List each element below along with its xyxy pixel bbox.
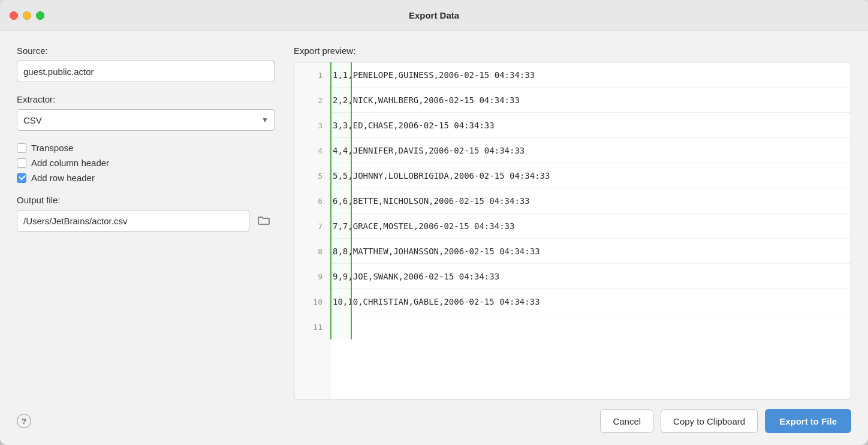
content-line-2: 2,2,NICK,WAHLBERG,2006-02-15 04:34:33 <box>330 88 851 113</box>
content-line-6: 6,6,BETTE,NICHOLSON,2006-02-15 04:34:33 <box>330 188 851 214</box>
line-text-10: 10,10,CHRISTIAN,GABLE,2006-02-15 04:34:3… <box>333 297 540 306</box>
add-row-header-checkbox[interactable] <box>17 173 26 183</box>
line-num-7: 7 <box>294 214 330 239</box>
footer-right: Cancel Copy to Clipboard Export to File <box>600 409 851 433</box>
copy-to-clipboard-button[interactable]: Copy to Clipboard <box>661 409 758 433</box>
line-text-7: 7,7,GRACE,MOSTEL,2006-02-15 04:34:33 <box>333 221 514 231</box>
line-num-10: 10 <box>294 289 330 314</box>
line-num-1: 1 <box>294 62 330 88</box>
line-num-9: 9 <box>294 264 330 289</box>
footer: ? Cancel Copy to Clipboard Export to Fil… <box>0 399 868 445</box>
line-num-2: 2 <box>294 88 330 113</box>
content-line-9: 9,9,JOE,SWANK,2006-02-15 04:34:33 <box>330 264 851 289</box>
traffic-lights <box>10 11 44 20</box>
help-button[interactable]: ? <box>17 414 31 428</box>
line-text-8: 8,8,MATTHEW,JOHANSSON,2006-02-15 04:34:3… <box>333 246 540 256</box>
footer-left: ? <box>17 414 31 428</box>
extractor-select-wrapper: CSV TSV JSON XML ▼ <box>17 109 275 131</box>
source-label: Source: <box>17 46 275 56</box>
maximize-button[interactable] <box>36 11 44 20</box>
line-text-2: 2,2,NICK,WAHLBERG,2006-02-15 04:34:33 <box>333 95 520 105</box>
source-section: Source: <box>17 46 275 82</box>
line-text-6: 6,6,BETTE,NICHOLSON,2006-02-15 04:34:33 <box>333 196 530 206</box>
add-column-header-row: Add column header <box>17 158 275 168</box>
add-row-header-label: Add row header <box>31 173 95 183</box>
line-num-8: 8 <box>294 239 330 264</box>
line-num-11: 11 <box>294 314 330 339</box>
line-text-4: 4,4,JENNIFER,DAVIS,2006-02-15 04:34:33 <box>333 146 525 155</box>
source-input[interactable] <box>17 61 275 82</box>
output-file-label: Output file: <box>17 195 275 205</box>
transpose-label: Transpose <box>31 143 73 153</box>
line-num-4: 4 <box>294 138 330 163</box>
content-line-5: 5,5,JOHNNY,LOLLOBRIGIDA,2006-02-15 04:34… <box>330 163 851 188</box>
cancel-button[interactable]: Cancel <box>600 409 653 433</box>
output-file-section: Output file: <box>17 195 275 231</box>
add-column-header-checkbox[interactable] <box>17 158 26 168</box>
export-to-file-button[interactable]: Export to File <box>765 409 851 433</box>
line-text-5: 5,5,JOHNNY,LOLLOBRIGIDA,2006-02-15 04:34… <box>333 171 550 181</box>
content-line-7: 7,7,GRACE,MOSTEL,2006-02-15 04:34:33 <box>330 214 851 239</box>
preview-area: 1 2 3 4 5 6 7 8 9 10 11 <box>294 62 851 399</box>
content-column: 1,1,PENELOPE,GUINESS,2006-02-15 04:34:33… <box>330 62 851 399</box>
content-line-1: 1,1,PENELOPE,GUINESS,2006-02-15 04:34:33 <box>330 62 851 88</box>
add-column-header-label: Add column header <box>31 158 109 168</box>
window-title: Export Data <box>409 10 459 20</box>
right-panel: Export preview: 1 2 3 4 5 6 7 8 9 10 11 <box>294 46 851 399</box>
content-line-10: 10,10,CHRISTIAN,GABLE,2006-02-15 04:34:3… <box>330 289 851 314</box>
preview-label: Export preview: <box>294 46 851 56</box>
close-button[interactable] <box>10 11 18 20</box>
help-icon: ? <box>22 417 26 426</box>
title-bar: Export Data <box>0 0 868 31</box>
content-line-8: 8,8,MATTHEW,JOHANSSON,2006-02-15 04:34:3… <box>330 239 851 264</box>
add-row-header-row: Add row header <box>17 173 275 183</box>
output-file-input[interactable] <box>17 210 249 231</box>
content-line-4: 4,4,JENNIFER,DAVIS,2006-02-15 04:34:33 <box>330 138 851 163</box>
transpose-row: Transpose <box>17 143 275 153</box>
line-text-1: 1,1,PENELOPE,GUINESS,2006-02-15 04:34:33 <box>333 70 535 80</box>
extractor-section: Extractor: CSV TSV JSON XML ▼ <box>17 94 275 131</box>
extractor-label: Extractor: <box>17 94 275 104</box>
output-file-row <box>17 210 275 231</box>
line-text-3: 3,3,ED,CHASE,2006-02-15 04:34:33 <box>333 121 495 130</box>
content-line-3: 3,3,ED,CHASE,2006-02-15 04:34:33 <box>330 113 851 138</box>
minimize-button[interactable] <box>23 11 31 20</box>
line-num-3: 3 <box>294 113 330 138</box>
browse-folder-button[interactable] <box>253 210 275 231</box>
line-numbers-column: 1 2 3 4 5 6 7 8 9 10 11 <box>294 62 330 399</box>
line-num-5: 5 <box>294 163 330 188</box>
export-data-window: Export Data Source: Extractor: CSV TSV J… <box>0 0 868 445</box>
left-panel: Source: Extractor: CSV TSV JSON XML ▼ <box>17 46 275 399</box>
line-text-9: 9,9,JOE,SWANK,2006-02-15 04:34:33 <box>333 272 499 281</box>
checkboxes-section: Transpose Add column header Add row head… <box>17 143 275 183</box>
extractor-select[interactable]: CSV TSV JSON XML <box>17 109 275 131</box>
transpose-checkbox[interactable] <box>17 143 26 153</box>
content-line-11 <box>330 314 851 339</box>
main-content: Source: Extractor: CSV TSV JSON XML ▼ <box>0 31 868 399</box>
line-num-6: 6 <box>294 188 330 214</box>
content-lines: 1,1,PENELOPE,GUINESS,2006-02-15 04:34:33… <box>330 62 851 399</box>
